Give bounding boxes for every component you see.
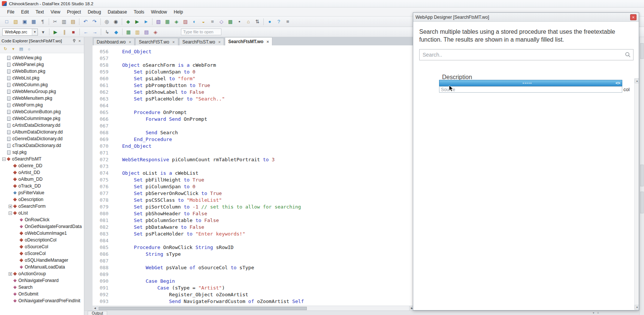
tree-item[interactable]: oScoreCol <box>0 250 84 257</box>
collapsed-panel-tab[interactable] <box>640 43 644 59</box>
redo-icon[interactable]: ↷ <box>90 18 99 26</box>
paste-icon[interactable]: ▤ <box>69 18 77 26</box>
goto-definition-icon[interactable]: ↳ <box>103 28 111 36</box>
tree-item[interactable]: psFilterValue <box>0 189 84 196</box>
close-button[interactable]: × <box>630 14 637 20</box>
tree-item[interactable]: cWebList.pkg <box>0 75 84 81</box>
tree-item[interactable]: oTrack_DD <box>0 183 84 189</box>
tree-item[interactable]: cTrackDataDictionary.dd <box>0 142 84 149</box>
scrollbar-thumb[interactable] <box>99 307 307 310</box>
tree-item[interactable]: +oActionGroup <box>0 270 84 277</box>
tree-item[interactable]: oGenre_DD <box>0 162 84 169</box>
tree-item[interactable]: OnNavigateForwardPreFindInit <box>0 297 84 304</box>
collapsed-panel-tab[interactable] <box>640 165 644 186</box>
tree-item[interactable]: oArtist_DD <box>0 169 84 176</box>
tree-item[interactable]: OnSubmit <box>0 291 84 297</box>
object-inspector-icon[interactable]: ▩ <box>226 18 235 26</box>
tree-item[interactable]: cWebPanel.pkg <box>0 61 84 68</box>
compile-icon[interactable]: ◆ <box>124 18 132 26</box>
type-file-to-open-input[interactable] <box>181 28 221 35</box>
save-all-icon[interactable]: ▦ <box>30 18 38 26</box>
find-in-files-icon[interactable]: ◉ <box>112 18 120 26</box>
tree-item[interactable]: oAlbum_DD <box>0 176 84 183</box>
code-explorer-tree[interactable]: cWebView.pkgcWebPanel.pkgcWebButton.pkgc… <box>0 54 84 315</box>
tree-item[interactable]: OnManualLoadData <box>0 264 84 270</box>
menu-debug[interactable]: Debug <box>84 8 104 16</box>
start-debug-icon[interactable]: ▶ <box>51 28 60 36</box>
tree-item[interactable]: cWebMenuItem.pkg <box>0 95 84 102</box>
run-icon[interactable]: ▶ <box>133 18 141 26</box>
chevron-down-icon[interactable]: ▼ <box>32 29 37 35</box>
menu-project[interactable]: Project <box>64 8 84 16</box>
report-icon[interactable]: ▨ <box>181 18 190 26</box>
tab-close-icon[interactable]: × <box>266 39 270 44</box>
sql-icon[interactable]: ≡ <box>208 18 217 26</box>
table-viewer-icon[interactable]: ▦ <box>124 28 133 36</box>
code-icon[interactable]: ◈ <box>151 28 160 36</box>
tree-item[interactable]: Search <box>0 284 84 291</box>
help-icon[interactable]: ? <box>275 18 283 26</box>
tree-item[interactable]: cWebMenuGroup.pkg <box>0 88 84 95</box>
list-icon[interactable]: ≡ <box>284 18 292 26</box>
scroll-left-icon[interactable]: ◀ <box>93 306 98 311</box>
new-file-icon[interactable]: □ <box>3 18 11 26</box>
tree-item[interactable]: cArtistDataDictionary.dd <box>0 122 84 129</box>
table-wizard-icon[interactable]: ▦ <box>163 18 172 26</box>
save-icon[interactable]: ▣ <box>21 18 29 26</box>
tree-item[interactable]: cGenreDataDictionary.dd <box>0 135 84 142</box>
order-icon[interactable]: ⇅ <box>253 18 261 26</box>
workspace-icon[interactable]: ⌂ <box>244 18 253 26</box>
sync-view-icon[interactable]: ↻ <box>2 46 9 52</box>
scroll-down-icon[interactable]: ▼ <box>635 305 639 310</box>
tree-item[interactable]: sql.pkg <box>0 149 84 156</box>
editor-tab[interactable]: SearchFtsST.wo× <box>179 38 224 45</box>
tree-item[interactable]: cWebColumn.pkg <box>0 81 84 88</box>
editor-tab[interactable]: SearchFtST.wo× <box>135 38 178 45</box>
tree-item[interactable]: cWebButton.pkg <box>0 68 84 75</box>
pause-icon[interactable]: ∥ <box>60 28 69 36</box>
tree-item[interactable]: oSQLHandleManager <box>0 257 84 264</box>
tree-expander-icon[interactable]: − <box>2 158 6 161</box>
debug-icon[interactable]: ► <box>142 18 150 26</box>
editor-tab[interactable]: Dashboard.wo× <box>93 38 134 45</box>
tree-item[interactable]: OnGetNavigateForwardData <box>0 223 84 230</box>
menu-database[interactable]: Database <box>105 8 130 16</box>
open-file-icon[interactable]: ▧ <box>12 18 20 26</box>
designer-scrollbar[interactable]: ▲ ▼ <box>634 78 639 310</box>
scroll-up-icon[interactable]: ▲ <box>635 78 639 83</box>
tree-item[interactable]: oDescription <box>0 196 84 203</box>
filter-icon[interactable]: ▾ <box>10 46 17 52</box>
tab-close-icon[interactable]: × <box>172 40 176 44</box>
undo-icon[interactable]: ↶ <box>81 18 90 26</box>
class-browser-icon[interactable]: ◇ <box>217 18 226 26</box>
tree-expander-icon[interactable]: − <box>9 212 12 215</box>
tree-item[interactable]: cAlbumDataDictionary.dd <box>0 129 84 135</box>
menu-window[interactable]: Window <box>148 8 170 16</box>
tree-item[interactable]: cWebForm.pkg <box>0 102 84 108</box>
tree-item[interactable]: +oSearchForm <box>0 203 84 210</box>
horizontal-scrollbar[interactable]: ◀ ▶ <box>93 306 414 310</box>
panel-splitter[interactable] <box>84 37 93 310</box>
webapp-src-combo[interactable]: WebApp.src ▼ <box>2 28 38 36</box>
cut-icon[interactable]: ✂ <box>51 18 59 26</box>
tree-item[interactable]: cWebColumnImage.pkg <box>0 115 84 122</box>
collapsed-panel-tab[interactable] <box>640 192 644 213</box>
tree-item[interactable]: cWebColumnButton.pkg <box>0 108 84 115</box>
search-input[interactable] <box>419 49 634 60</box>
pin-icon[interactable] <box>71 38 77 44</box>
menu-view[interactable]: View <box>47 8 64 16</box>
menu-help[interactable]: Help <box>170 8 187 16</box>
menu-text[interactable]: Text <box>32 8 47 16</box>
group-icon[interactable]: ▤ <box>18 46 25 52</box>
list-icon[interactable]: ≡ <box>597 311 599 315</box>
menu-edit[interactable]: Edit <box>18 8 32 16</box>
data-dictionary-icon[interactable]: ◈ <box>172 18 181 26</box>
tree-item[interactable]: cWebView.pkg <box>0 54 84 61</box>
tree-item[interactable]: −oSearchFtsMT <box>0 156 84 162</box>
tree-item[interactable]: OnNavigateForward <box>0 277 84 284</box>
tree-item[interactable]: −oList <box>0 210 84 216</box>
menu-file[interactable]: File <box>4 8 18 16</box>
copy-icon[interactable]: ▥ <box>60 18 68 26</box>
web-browser-icon[interactable]: ● <box>266 18 274 26</box>
editor-tab[interactable]: SearchFtsMT.wo× <box>225 37 272 45</box>
